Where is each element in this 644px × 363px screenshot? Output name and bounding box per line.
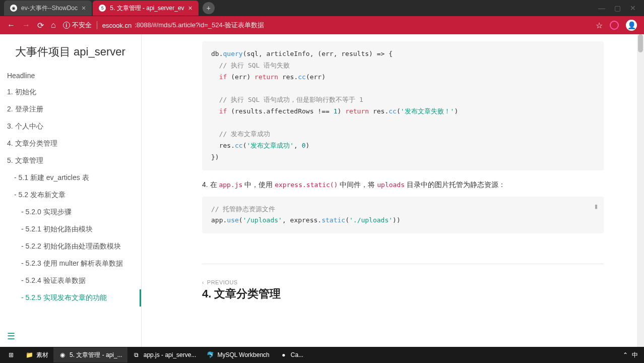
prev-label: ‹PREVIOUS bbox=[202, 279, 604, 285]
taskbar-item[interactable]: ●Ca... bbox=[275, 347, 308, 362]
app-icon: 📁 bbox=[25, 351, 33, 359]
chevron-left-icon: ‹ bbox=[202, 280, 204, 285]
security-text: 不安全 bbox=[72, 21, 92, 30]
close-window-button[interactable]: ✕ bbox=[630, 4, 636, 12]
sidebar-item[interactable]: Headline bbox=[0, 68, 141, 84]
tray-up-icon[interactable]: ⌃ bbox=[623, 351, 628, 358]
security-status: i 不安全 bbox=[63, 21, 92, 30]
browser-tab-1[interactable]: ◉ ev-大事件--ShowDoc × bbox=[4, 1, 92, 16]
divider bbox=[97, 21, 97, 29]
app-icon: 🐬 bbox=[206, 351, 214, 359]
taskbar-label: Ca... bbox=[291, 351, 303, 358]
taskbar-label: MySQL Workbench bbox=[217, 351, 269, 358]
taskbar-item[interactable]: ⊞ bbox=[2, 347, 20, 362]
tab-title: ev-大事件--ShowDoc bbox=[21, 4, 78, 13]
tab-title: 5. 文章管理 - api_server_ev bbox=[110, 4, 184, 13]
close-tab-icon[interactable]: × bbox=[82, 4, 86, 12]
sidebar-item[interactable]: - 5.1 新建 ev_articles 表 bbox=[0, 169, 141, 187]
divider bbox=[202, 264, 604, 264]
scrollbar-thumb[interactable] bbox=[638, 34, 643, 52]
taskbar: ⊞📁素材◉5. 文章管理 - api_...⧉app.js - api_serv… bbox=[0, 347, 644, 363]
paragraph: 4. 在 app.js 中，使用 express.static() 中间件，将 … bbox=[202, 180, 604, 190]
close-tab-icon[interactable]: × bbox=[188, 4, 192, 12]
app-icon: ◉ bbox=[58, 351, 67, 359]
sidebar-item[interactable]: - 5.2.3 使用 multer 解析表单数据 bbox=[0, 255, 141, 272]
sidebar-item[interactable]: - 5.2.0 实现步骤 bbox=[0, 204, 141, 221]
extension-icon[interactable] bbox=[610, 21, 619, 30]
address-bar: ← → ⟳ ⌂ i 不安全 escook.cn:8088/#/mds/5.art… bbox=[0, 16, 644, 34]
sidebar-item[interactable]: 3. 个人中心 bbox=[0, 118, 141, 135]
taskbar-label: 素材 bbox=[36, 351, 48, 359]
maximize-button[interactable]: ▢ bbox=[614, 4, 621, 12]
sidebar-item[interactable]: - 5.2 发布新文章 bbox=[0, 187, 141, 204]
url-path: :8088/#/mds/5.article?id=_524-验证表单数据 bbox=[135, 21, 264, 30]
sidebar-item[interactable]: - 5.2.4 验证表单数据 bbox=[0, 272, 141, 289]
url-host: escook.cn bbox=[102, 22, 132, 29]
minimize-button[interactable]: — bbox=[598, 4, 605, 12]
sidebar: 大事件项目 api_server Headline1. 初始化2. 登录注册3.… bbox=[0, 34, 142, 347]
taskbar-item[interactable]: 📁素材 bbox=[20, 347, 53, 362]
new-tab-button[interactable]: + bbox=[203, 2, 215, 14]
prev-title: 4. 文章分类管理 bbox=[202, 286, 604, 301]
code-block-2: ▮// 托管静态资源文件 app.use('/uploads', express… bbox=[202, 197, 604, 234]
back-button[interactable]: ← bbox=[7, 21, 15, 30]
profile-avatar-icon[interactable]: 👤 bbox=[626, 20, 637, 31]
scrollbar[interactable] bbox=[637, 34, 644, 347]
url-bar[interactable]: i 不安全 escook.cn:8088/#/mds/5.article?id=… bbox=[63, 21, 589, 30]
taskbar-tray: ⌃ 中 bbox=[623, 351, 642, 359]
window-controls: — ▢ ✕ bbox=[590, 0, 644, 16]
forward-button[interactable]: → bbox=[22, 21, 30, 30]
taskbar-item[interactable]: ◉5. 文章管理 - api_... bbox=[53, 347, 127, 362]
prev-page-link[interactable]: ‹PREVIOUS 4. 文章分类管理 bbox=[202, 279, 604, 301]
home-button[interactable]: ⌂ bbox=[51, 21, 56, 30]
bookmark-icon[interactable]: ☆ bbox=[596, 21, 603, 30]
ime-indicator[interactable]: 中 bbox=[632, 351, 638, 359]
sidebar-item[interactable]: - 5.2.1 初始化路由模块 bbox=[0, 221, 141, 238]
taskbar-label: 5. 文章管理 - api_... bbox=[70, 351, 122, 359]
app-icon: ● bbox=[280, 351, 288, 359]
browser-tabs: ◉ ev-大事件--ShowDoc × 5 5. 文章管理 - api_serv… bbox=[0, 0, 644, 16]
info-icon: i bbox=[63, 22, 70, 29]
menu-toggle-icon[interactable]: ☰ bbox=[7, 331, 15, 342]
sidebar-item[interactable]: 5. 文章管理 bbox=[0, 152, 141, 169]
copy-button[interactable]: ▮ bbox=[595, 202, 598, 211]
app-icon: ⊞ bbox=[7, 351, 15, 359]
app-icon: ⧉ bbox=[133, 351, 141, 359]
taskbar-label: app.js - api_serve... bbox=[144, 351, 197, 358]
code-block-1: db.query(sql, articleInfo, (err, results… bbox=[202, 41, 604, 170]
sidebar-item[interactable]: 2. 登录注册 bbox=[0, 101, 141, 118]
tab-favicon-icon: 5 bbox=[99, 5, 106, 12]
sidebar-item[interactable]: - 5.2.5 实现发布文章的功能 bbox=[0, 289, 141, 307]
taskbar-item[interactable]: ⧉app.js - api_serve... bbox=[127, 347, 202, 362]
tab-favicon-icon: ◉ bbox=[10, 5, 17, 12]
content-area: db.query(sql, articleInfo, (err, results… bbox=[142, 34, 644, 347]
reload-button[interactable]: ⟳ bbox=[37, 21, 44, 30]
sidebar-item[interactable]: - 5.2.2 初始化路由处理函数模块 bbox=[0, 238, 141, 255]
sidebar-item[interactable]: 1. 初始化 bbox=[0, 84, 141, 101]
browser-tab-2[interactable]: 5 5. 文章管理 - api_server_ev × bbox=[93, 1, 199, 16]
sidebar-title: 大事件项目 api_server bbox=[0, 44, 141, 68]
taskbar-item[interactable]: 🐬MySQL Workbench bbox=[201, 347, 274, 362]
sidebar-item[interactable]: 4. 文章分类管理 bbox=[0, 135, 141, 152]
